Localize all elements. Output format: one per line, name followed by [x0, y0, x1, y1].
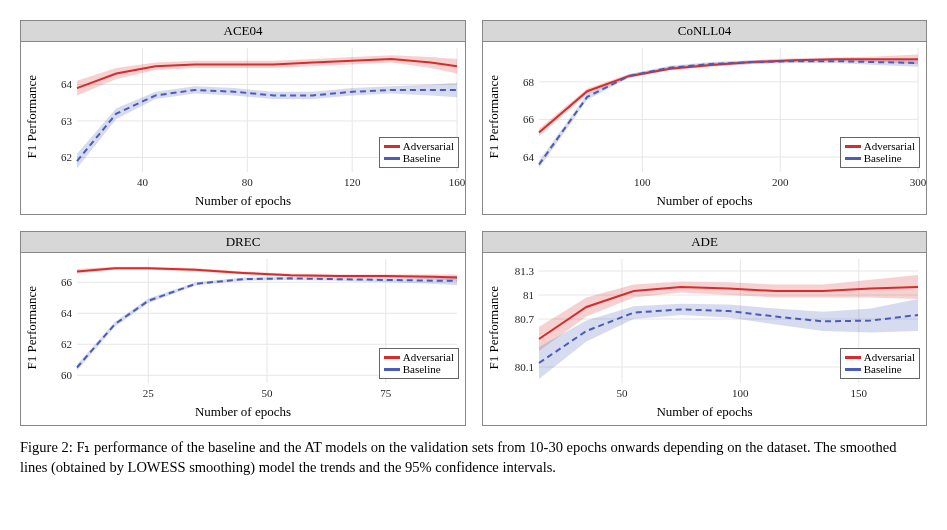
svg-text:120: 120	[344, 176, 361, 188]
plot-area: 60626466255075AdversarialBaseline	[43, 253, 465, 403]
svg-text:62: 62	[61, 338, 72, 350]
legend-swatch-adversarial	[384, 356, 400, 359]
svg-text:60: 60	[61, 369, 73, 381]
panel-ade: ADE F1 Performance 80.180.78181.35010015…	[482, 231, 927, 426]
svg-text:66: 66	[523, 113, 535, 125]
ylabel: F1 Performance	[486, 75, 502, 158]
legend-label-adversarial: Adversarial	[403, 140, 454, 153]
svg-text:300: 300	[910, 176, 926, 188]
svg-text:64: 64	[523, 151, 535, 163]
svg-text:160: 160	[449, 176, 465, 188]
legend: AdversarialBaseline	[840, 137, 920, 168]
legend-swatch-baseline	[845, 368, 861, 371]
svg-text:150: 150	[851, 387, 868, 399]
legend-swatch-baseline	[384, 368, 400, 371]
panel-drec: DREC F1 Performance 60626466255075Advers…	[20, 231, 466, 426]
svg-text:200: 200	[772, 176, 789, 188]
panel-ace04: ACE04 F1 Performance 6263644080120160Adv…	[20, 20, 466, 215]
legend-label-baseline: Baseline	[864, 152, 902, 165]
svg-text:64: 64	[61, 78, 73, 90]
svg-text:80.1: 80.1	[515, 361, 534, 373]
xlabel: Number of epochs	[21, 404, 465, 420]
panel-title: ACE04	[21, 21, 465, 42]
svg-text:62: 62	[61, 151, 72, 163]
svg-text:68: 68	[523, 76, 535, 88]
svg-text:50: 50	[616, 387, 628, 399]
xlabel: Number of epochs	[21, 193, 465, 209]
panel-title: DREC	[21, 232, 465, 253]
ylabel: F1 Performance	[486, 286, 502, 369]
svg-text:81: 81	[523, 289, 534, 301]
ylabel: F1 Performance	[24, 75, 40, 158]
legend-label-baseline: Baseline	[864, 363, 902, 376]
svg-text:64: 64	[61, 307, 73, 319]
plot-area: 80.180.78181.350100150AdversarialBaselin…	[505, 253, 926, 403]
panel-title: ADE	[483, 232, 926, 253]
legend-swatch-adversarial	[845, 145, 861, 148]
legend-label-adversarial: Adversarial	[864, 140, 915, 153]
xlabel: Number of epochs	[483, 193, 926, 209]
legend-swatch-baseline	[845, 157, 861, 160]
svg-text:80.7: 80.7	[515, 313, 535, 325]
plot-area: 646668100200300AdversarialBaseline	[505, 42, 926, 192]
legend-swatch-baseline	[384, 157, 400, 160]
legend: AdversarialBaseline	[379, 137, 459, 168]
svg-text:100: 100	[732, 387, 749, 399]
plot-area: 6263644080120160AdversarialBaseline	[43, 42, 465, 192]
svg-text:80: 80	[242, 176, 254, 188]
legend-swatch-adversarial	[845, 356, 861, 359]
svg-text:75: 75	[380, 387, 392, 399]
xlabel: Number of epochs	[483, 404, 926, 420]
charts-grid: ACE04 F1 Performance 6263644080120160Adv…	[20, 20, 927, 426]
legend-label-adversarial: Adversarial	[403, 351, 454, 364]
svg-text:40: 40	[137, 176, 149, 188]
svg-text:81.3: 81.3	[515, 265, 535, 277]
svg-text:66: 66	[61, 276, 73, 288]
legend-swatch-adversarial	[384, 145, 400, 148]
ylabel: F1 Performance	[24, 286, 40, 369]
legend-label-adversarial: Adversarial	[864, 351, 915, 364]
panel-conll04: CoNLL04 F1 Performance 646668100200300Ad…	[482, 20, 927, 215]
legend: AdversarialBaseline	[379, 348, 459, 379]
legend-label-baseline: Baseline	[403, 152, 441, 165]
svg-text:63: 63	[61, 115, 73, 127]
svg-text:25: 25	[143, 387, 155, 399]
legend-label-baseline: Baseline	[403, 363, 441, 376]
panel-title: CoNLL04	[483, 21, 926, 42]
svg-text:100: 100	[634, 176, 651, 188]
legend: AdversarialBaseline	[840, 348, 920, 379]
figure-caption: Figure 2: F₁ performance of the baseline…	[20, 438, 927, 477]
svg-text:50: 50	[262, 387, 274, 399]
